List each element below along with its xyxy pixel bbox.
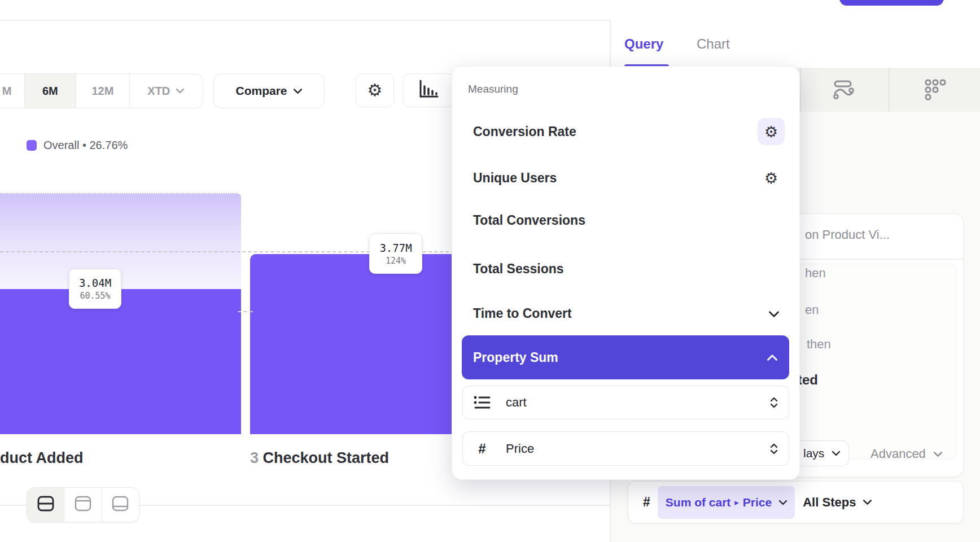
chip-value-label: Price (743, 496, 772, 509)
time-range-xtd[interactable]: XTD (130, 74, 203, 108)
chart-type-button[interactable] (403, 73, 454, 107)
chevron-down-icon (863, 499, 872, 505)
legend-series: Overall (43, 139, 79, 151)
menu-item-conversion-rate[interactable]: Conversion Rate (462, 120, 789, 143)
selected-item-label: Property Sum (473, 350, 558, 365)
time-range-control: M 6M 12M XTD (0, 73, 203, 108)
tab-chart[interactable]: Chart (697, 36, 730, 52)
up-down-icon (769, 396, 778, 409)
steps-card-header: on Product Vi... (805, 228, 890, 242)
time-range-6m[interactable]: 6M (25, 74, 77, 108)
primary-action-button[interactable] (839, 0, 944, 6)
legend-value: 26.76% (90, 139, 128, 151)
chevron-down-icon (933, 451, 943, 457)
time-range-xtd-label: XTD (147, 85, 170, 98)
select-value: Price (506, 442, 769, 456)
funnel-value-tooltip: 3.04M 60.55% (69, 269, 121, 309)
menu-item-time-to-convert[interactable]: Time to Convert (462, 302, 789, 325)
split-bottom-icon (111, 495, 129, 514)
step-number: 3 (250, 449, 259, 466)
all-steps-label: All Steps (803, 495, 856, 510)
numeric-type-icon: # (643, 495, 650, 510)
gear-icon: ⚙ (764, 124, 778, 139)
app-window: M 6M 12M XTD Compare ⚙ Overall (0, 0, 980, 542)
funnel-bar-product-added[interactable] (0, 289, 241, 434)
chip-property-label: Sum of cart (666, 496, 731, 509)
unique-users-settings-button[interactable]: ⚙ (758, 164, 785, 191)
layout-split-bottom-button[interactable] (102, 488, 139, 522)
menu-item-total-conversions[interactable]: Total Conversions (462, 209, 789, 231)
menu-item-unique-users[interactable]: Unique Users (462, 167, 789, 189)
legend-swatch (27, 140, 37, 151)
layout-toggle-group (27, 487, 139, 522)
chip-arrow-icon: ▸ (734, 497, 739, 508)
dropdown-title: Measuring (468, 83, 518, 95)
select-value: cart (506, 395, 769, 410)
time-range-12m[interactable]: 12M (76, 74, 130, 108)
gear-icon: ⚙ (764, 171, 778, 186)
up-down-icon (769, 443, 778, 455)
split-horizontal-icon (37, 495, 55, 514)
all-steps-dropdown[interactable]: All Steps (803, 495, 872, 510)
chevron-down-icon (293, 88, 303, 94)
compare-label: Compare (235, 84, 287, 98)
toolbar-divider (800, 68, 801, 112)
flow-funnel-icon[interactable] (832, 79, 855, 102)
measurement-chip[interactable]: Sum of cart ▸ Price (658, 486, 795, 519)
legend-separator: • (82, 139, 86, 151)
chevron-down-icon (768, 310, 780, 320)
compare-button[interactable]: Compare (213, 73, 325, 108)
chevron-down-icon (832, 451, 841, 456)
advanced-dropdown[interactable]: Advanced (870, 447, 943, 461)
grid-dots-icon[interactable] (925, 79, 946, 103)
layout-split-top-button[interactable] (64, 488, 102, 522)
property-select-price[interactable]: # Price (462, 431, 789, 466)
step-connector-text: en (805, 303, 819, 317)
step-name: Checkout Started (263, 449, 390, 466)
conversion-window-label: lays (803, 447, 824, 460)
menu-item-total-sessions[interactable]: Total Sessions (462, 257, 789, 280)
hash-icon: # (473, 441, 491, 457)
funnel-value-tooltip: 3.77M 124% (369, 233, 422, 274)
panel-tabs: Query Chart (610, 20, 980, 68)
measuring-dropdown: Measuring Conversion Rate ⚙ Unique Users… (452, 66, 800, 480)
chevron-up-icon (767, 354, 778, 361)
bar-chart-icon (417, 79, 440, 102)
step-name-fragment: ted (798, 372, 818, 388)
step-connector-text: then (807, 337, 831, 352)
property-select-cart[interactable]: cart (462, 386, 789, 419)
chevron-down-icon (176, 88, 185, 94)
step-label-checkout-started: 3 Checkout Started (250, 449, 389, 467)
advanced-label: Advanced (870, 447, 926, 461)
tooltip-value: 3.77M (379, 242, 412, 254)
step-connector-text: hen (805, 266, 826, 281)
list-icon (473, 395, 491, 410)
legend-label: Overall • 26.76% (43, 139, 128, 152)
layout-split-middle-button[interactable] (27, 488, 64, 522)
tooltip-value: 3.04M (79, 277, 111, 289)
conversion-rate-settings-button[interactable]: ⚙ (758, 118, 785, 145)
chevron-down-icon (778, 500, 788, 505)
gear-icon: ⚙ (368, 82, 383, 99)
funnel-reference-dash-segment (238, 311, 253, 312)
split-top-icon (74, 495, 92, 514)
tab-query[interactable]: Query (624, 36, 663, 52)
toolbar-divider (889, 68, 890, 112)
menu-item-property-sum-selected[interactable]: Property Sum (462, 335, 789, 379)
tooltip-percent: 124% (386, 256, 406, 266)
measurement-row-card: # Sum of cart ▸ Price All Steps (628, 481, 964, 523)
time-range-m[interactable]: M (0, 74, 25, 108)
step-label-product-added: duct Added (0, 449, 84, 467)
chart-settings-button[interactable]: ⚙ (356, 73, 394, 107)
tooltip-percent: 60.55% (80, 291, 110, 301)
legend[interactable]: Overall • 26.76% (27, 138, 128, 152)
